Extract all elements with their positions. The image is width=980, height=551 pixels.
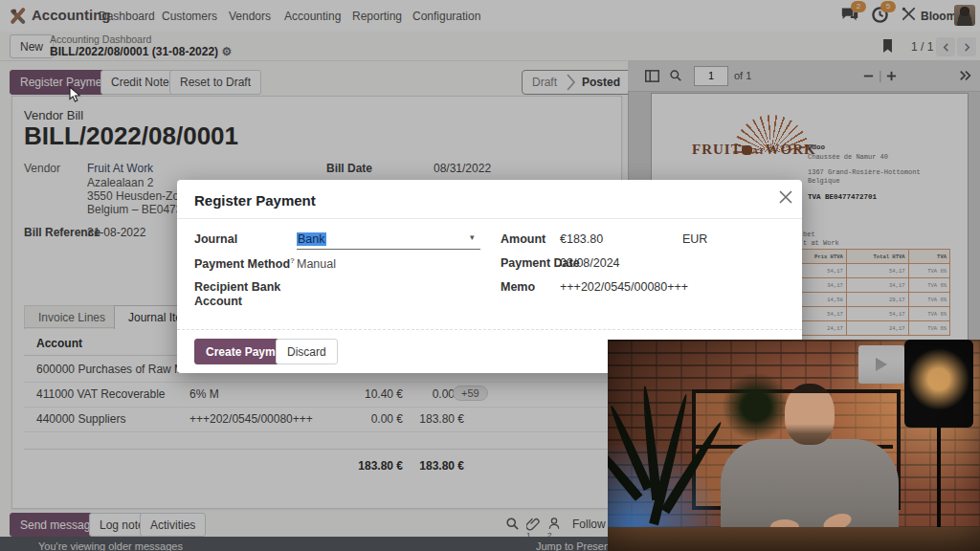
presenter-video-overlay[interactable] — [608, 340, 980, 551]
recipient-bank-field[interactable] — [297, 280, 479, 296]
payment-method-value[interactable]: Manual — [297, 257, 336, 271]
chevron-down-icon[interactable]: ▾ — [470, 232, 475, 242]
memo-value[interactable]: +++202/0545/00080+++ — [560, 280, 688, 294]
amount-label: Amount — [501, 232, 546, 246]
journal-field-underline — [297, 249, 480, 250]
payment-method-label-text: Payment Method — [194, 257, 290, 271]
currency-value[interactable]: EUR — [682, 232, 707, 246]
memo-label: Memo — [501, 280, 535, 294]
video-vignette — [608, 340, 980, 551]
payment-method-label: Payment Method? — [194, 256, 295, 271]
recipient-bank-label-line2: Account — [194, 295, 242, 308]
journal-label: Journal — [194, 232, 237, 246]
close-icon[interactable] — [778, 189, 795, 207]
dialog-title-divider — [177, 218, 802, 219]
recipient-bank-label-line1: Recipient Bank — [194, 280, 280, 294]
dialog-footer-divider — [177, 329, 802, 331]
help-icon[interactable]: ? — [290, 256, 295, 265]
dialog-title: Register Payment — [194, 192, 316, 209]
mouse-cursor — [69, 86, 82, 103]
discard-button[interactable]: Discard — [276, 339, 338, 364]
amount-value[interactable]: €183.80 — [560, 232, 603, 246]
payment-date-value[interactable]: 03/08/2024 — [560, 256, 620, 270]
journal-value: Bank — [297, 232, 326, 246]
journal-field[interactable]: Bank — [297, 232, 326, 246]
